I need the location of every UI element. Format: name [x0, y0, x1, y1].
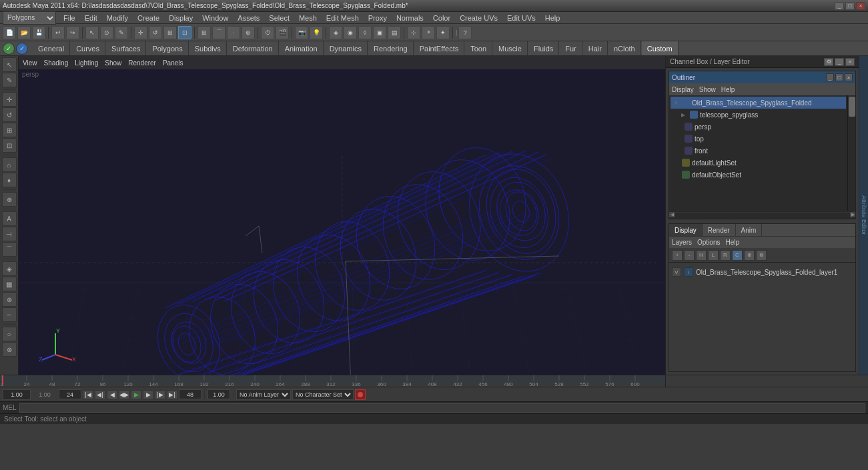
- tab-fur[interactable]: Fur: [560, 41, 582, 55]
- menu-edit-uvs[interactable]: Edit UVs: [505, 12, 538, 23]
- menu-select[interactable]: Select: [267, 12, 292, 23]
- lt-move-tool[interactable]: ✛: [2, 92, 17, 107]
- vp-menu-show[interactable]: Show: [105, 59, 121, 67]
- tool-undo[interactable]: ↩: [51, 26, 65, 39]
- outliner-item-front[interactable]: front: [671, 145, 846, 157]
- attr-editor-toggle[interactable]: Attribute Editor: [859, 56, 868, 375]
- layer-lock-icon[interactable]: L: [708, 250, 719, 261]
- menu-proxy[interactable]: Proxy: [366, 12, 389, 23]
- outliner-item-persp[interactable]: persp: [671, 121, 846, 133]
- vp-menu-shading[interactable]: Shading: [44, 59, 69, 67]
- tool-render[interactable]: 🎬: [276, 26, 289, 39]
- lt-deformer[interactable]: ◈: [2, 261, 17, 276]
- tab-animation[interactable]: Animation: [280, 41, 324, 55]
- outliner-item-root[interactable]: ▼ Old_Brass_Telescope_Spyglass_Folded: [671, 97, 846, 109]
- tool-camera[interactable]: 📷: [295, 26, 308, 39]
- outliner-menu-display[interactable]: Display: [672, 86, 694, 93]
- tool-extra7[interactable]: ⌖: [422, 26, 435, 39]
- tool-save[interactable]: 💾: [32, 26, 45, 39]
- lt-cluster[interactable]: ⊛: [2, 292, 17, 307]
- pb-prev-key[interactable]: ◀: [107, 390, 117, 399]
- lt-scale-tool[interactable]: ⊞: [2, 123, 17, 137]
- tool-move[interactable]: ✛: [134, 26, 147, 39]
- tool-snap-view[interactable]: ⊕: [242, 26, 255, 39]
- frame-input[interactable]: [207, 389, 230, 399]
- tab-polygons[interactable]: Polygons: [147, 41, 188, 55]
- outliner-item-top[interactable]: top: [671, 133, 846, 145]
- layer-hide-icon[interactable]: H: [696, 250, 707, 261]
- tab-painteffects[interactable]: PaintEffects: [414, 41, 465, 55]
- menu-edit-mesh[interactable]: Edit Mesh: [324, 12, 361, 23]
- menu-color[interactable]: Color: [431, 12, 452, 23]
- lt-annotation[interactable]: A: [2, 211, 17, 226]
- tool-redo[interactable]: ↪: [66, 26, 79, 39]
- layer-type-indicator[interactable]: /: [684, 267, 693, 277]
- layer-extra1-icon[interactable]: ⊕: [744, 250, 755, 261]
- layer-color-icon[interactable]: C: [732, 250, 743, 261]
- outliner-content[interactable]: ▼ Old_Brass_Telescope_Spyglass_Folded ▶ …: [669, 95, 847, 211]
- menu-create-uvs[interactable]: Create UVs: [458, 12, 500, 23]
- tool-light[interactable]: 💡: [310, 26, 323, 39]
- vp-menu-lighting[interactable]: Lighting: [75, 59, 98, 67]
- lt-lattice[interactable]: ▦: [2, 277, 17, 291]
- lt-sculpt[interactable]: ♦: [2, 173, 17, 187]
- tool-scale[interactable]: ⊞: [163, 26, 177, 39]
- auto-key-button[interactable]: [355, 389, 366, 400]
- tool-extra5[interactable]: ▤: [388, 26, 401, 39]
- mel-input[interactable]: [19, 403, 865, 413]
- pb-next-key[interactable]: ▶: [143, 390, 153, 399]
- anim-layer-dropdown[interactable]: No Anim Layer: [236, 389, 291, 400]
- tool-snap-curve[interactable]: ⌒: [212, 26, 226, 39]
- tool-extra8[interactable]: ✦: [436, 26, 450, 39]
- layer-tab-anim[interactable]: Anim: [736, 224, 763, 236]
- lt-paint-tool[interactable]: ✎: [2, 73, 17, 87]
- lt-curve-mod[interactable]: ⌒: [2, 242, 17, 257]
- tab-custom[interactable]: Custom: [642, 41, 679, 55]
- outliner-item-objectset[interactable]: defaultObjectSet: [671, 169, 846, 181]
- range-start-input[interactable]: [59, 389, 81, 399]
- lt-bend[interactable]: ⌢: [2, 307, 17, 322]
- expand-icon-telescope[interactable]: ▶: [681, 112, 688, 118]
- tab-fluids[interactable]: Fluids: [528, 41, 559, 55]
- layer-visibility-toggle[interactable]: V: [672, 267, 681, 277]
- pb-play-back[interactable]: ◀▶: [119, 390, 129, 399]
- menu-modify[interactable]: Modify: [105, 12, 130, 23]
- layer-extra2-icon[interactable]: ⊗: [756, 250, 767, 261]
- tab-subdivs[interactable]: Subdivs: [189, 41, 227, 55]
- lt-rotate-tool[interactable]: ↺: [2, 107, 17, 122]
- outliner-maximize-button[interactable]: □: [835, 73, 843, 81]
- lt-joint[interactable]: ○: [2, 327, 17, 341]
- outliner-item-telescope[interactable]: ▶ telescope_spyglass: [671, 109, 846, 121]
- menu-normals[interactable]: Normals: [394, 12, 426, 23]
- pb-step-back[interactable]: ◀|: [95, 390, 105, 399]
- channel-box-settings-button[interactable]: ⚙: [824, 58, 833, 66]
- menu-mesh[interactable]: Mesh: [297, 12, 319, 23]
- title-bar-controls[interactable]: _ □ ×: [835, 2, 865, 10]
- tab-rendering[interactable]: Rendering: [368, 41, 414, 55]
- outliner-hscroll-left[interactable]: ◀: [669, 212, 675, 217]
- tool-history[interactable]: ⏱: [261, 26, 274, 39]
- channel-box-minimize-button[interactable]: _: [835, 58, 844, 66]
- blue-button[interactable]: ✓: [16, 43, 28, 55]
- pb-step-fwd[interactable]: |▶: [155, 390, 165, 399]
- lt-ik[interactable]: ⊗: [2, 342, 17, 357]
- tool-extra1[interactable]: ◈: [329, 26, 342, 39]
- menu-create[interactable]: Create: [135, 12, 161, 23]
- pb-goto-start[interactable]: |◀: [83, 390, 93, 399]
- tool-snap-grid[interactable]: ⊞: [197, 26, 211, 39]
- pb-play-fwd[interactable]: ▶: [131, 390, 141, 399]
- expand-icon-root[interactable]: ▼: [673, 100, 680, 106]
- tool-paint[interactable]: ✎: [115, 26, 128, 39]
- tab-toon[interactable]: Toon: [465, 41, 492, 55]
- menu-help[interactable]: Help: [543, 12, 562, 23]
- lt-select-tool[interactable]: ↖: [2, 57, 17, 72]
- maximize-button[interactable]: □: [845, 2, 855, 10]
- outliner-scrollbar[interactable]: [847, 95, 855, 211]
- tab-dynamics[interactable]: Dynamics: [324, 41, 368, 55]
- tab-surfaces[interactable]: Surfaces: [106, 41, 146, 55]
- layer-menu-options[interactable]: Options: [697, 239, 720, 246]
- layer-delete-icon[interactable]: -: [684, 250, 695, 261]
- renderer-dropdown[interactable]: Polygons: [3, 11, 56, 25]
- outliner-menu-show[interactable]: Show: [699, 86, 716, 93]
- tool-help[interactable]: ?: [458, 26, 472, 39]
